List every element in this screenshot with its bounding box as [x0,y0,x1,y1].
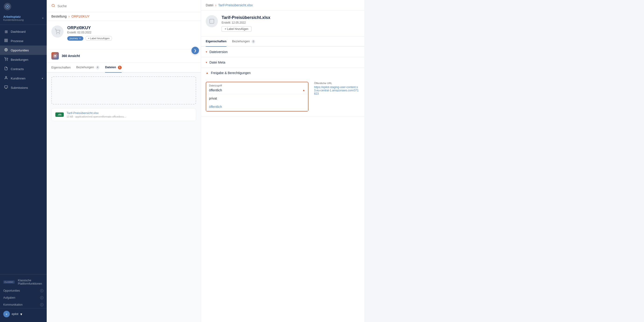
sidebar-item-label-contracts: Contracts [11,67,24,71]
kommunikation-info-icon[interactable]: i [40,303,44,306]
section-dateiversion: ▾ Dateiversion [201,47,364,57]
sidebar-item-contracts[interactable]: Contracts [0,64,47,74]
tab-beziehungen[interactable]: Beziehungen 4 [76,63,100,73]
beziehungen-badge: 4 [96,66,100,69]
order-id: ORPzI0KUY [67,26,196,30]
view360-icon [51,52,59,60]
file-name[interactable]: Tarif-Preisübersicht.xlsx [66,111,192,115]
kundinnen-icon [4,76,8,81]
user-row[interactable]: e epilot ▾ [0,308,47,320]
public-url-label: Öffentliche URL [314,82,360,85]
svg-point-9 [5,76,6,78]
dateien-badge: 1 [118,66,122,69]
file-add-label-button[interactable]: + Label hinzufügen [222,26,252,32]
svg-rect-2 [6,39,8,40]
user-chevron-icon: ▾ [20,312,22,316]
opportunities-info-icon[interactable]: i [40,289,44,292]
dropdown-selected-value[interactable]: öffentlich ▲ [206,87,308,94]
aufgaben-bottom-item[interactable]: Aufgaben i [0,294,47,301]
dateizugriff-dropdown[interactable]: Dateizugriff öffentlich ▲ privat öffentl… [206,82,308,112]
classic-badge: CLASSIC [3,280,15,284]
freigabe-title: Freigabe & Berechtigungen [211,71,250,75]
svg-rect-3 [5,41,6,42]
breadcrumb-parent[interactable]: Bestellung [51,15,66,18]
drop-zone[interactable] [51,76,196,104]
section-dateiversion-header[interactable]: ▾ Dateiversion [201,47,364,57]
svg-point-13 [59,34,60,34]
dateiversion-chevron-icon: ▾ [206,50,207,54]
aufgaben-info-icon[interactable]: i [40,296,44,299]
svg-point-6 [5,49,6,50]
public-url-text[interactable]: https://epilot-staging-user-content.s3.e… [314,86,360,95]
svg-point-7 [5,60,6,61]
dashboard-icon: ⊞ [4,30,8,34]
svg-point-5 [5,48,8,51]
kommunikation-bottom-item[interactable]: Kommunikation i [0,301,47,308]
main-content: Bestellung › ORPzI0KUY ORPzI0KUY Erstell… [47,0,201,322]
sidebar-item-label-opportunities: Opportunities [11,49,29,52]
workspace-section[interactable]: Arbeitsplatz Kundenbetreuung ▾ [0,13,47,25]
file-meta: 13 kB · application/vnd.openxmlformats-o… [66,115,192,118]
section-datei-meta: ▾ Datei Meta [201,57,364,68]
right-header-sep-icon: › [215,3,216,7]
sidebar-item-prozesse[interactable]: Prozesse [0,36,47,46]
svg-rect-15 [210,19,214,23]
svg-rect-1 [5,39,6,40]
right-tab-eigenschaften[interactable]: Eigenschaften [206,37,226,47]
sidebar-nav: ⊞ Dashboard Prozesse Opportunities Beste… [0,25,47,274]
svg-point-8 [7,60,8,61]
file-detail-icon [206,15,218,27]
sidebar-item-submissions[interactable]: Submissions [0,83,47,92]
sidebar-item-opportunities[interactable]: Opportunities [0,46,47,55]
opportunities-bottom-label: Opportunities [3,289,20,292]
expand-panel-button[interactable]: ❯ [192,47,199,54]
tag-remove-icon[interactable]: ✕ [79,37,81,40]
order-avatar [51,26,64,38]
right-panel-header: Datei › Tarif-Preisübersicht.xlsx [201,0,364,11]
klassische-plattform-item[interactable]: CLASSIC Klassische Plattformfunktionen [0,277,47,287]
breadcrumb-child[interactable]: ORPzI0KUY [72,15,90,18]
sidebar-item-kundinnen[interactable]: KundInnen ▾ [0,74,47,83]
right-beziehungen-badge: 0 [252,40,255,44]
right-tab-beziehungen[interactable]: Beziehungen 0 [232,37,256,47]
kundinnen-chevron-icon: ▾ [42,77,43,80]
breadcrumb: Bestellung › ORPzI0KUY [47,12,201,21]
view-360-section: 360 Ansicht [47,49,201,63]
dateizugriff-label: Dateizugriff [206,82,308,87]
tab-eigenschaften[interactable]: Eigenschaften [51,63,70,73]
sidebar-item-label-submissions: Submissions [11,86,28,90]
dateiversion-title: Dateiversion [210,50,228,54]
dropdown-option-privat[interactable]: privat [206,94,308,103]
dropdown-option-oeffentlich[interactable]: öffentlich [206,103,308,111]
search-icon [51,4,55,9]
sidebar-item-label-prozesse: Prozesse [11,39,23,43]
order-panel: ORPzI0KUY Erstellt: 02.03.2022 journey ✕… [47,21,201,49]
tab-dateien[interactable]: Dateien 1 [105,63,122,73]
file-detail-top: Tarif-Preisübersicht.xlsx Erstellt: 12.0… [201,11,364,37]
search-bar [47,0,201,12]
file-item[interactable]: .xls Tarif-Preisübersicht.xlsx 13 kB · a… [51,108,196,121]
right-header-datei-label: Datei [206,3,214,7]
sidebar-item-bestellungen[interactable]: Bestellungen [0,55,47,64]
logo-icon[interactable] [4,3,11,10]
add-label-button[interactable]: + Label hinzufügen [85,36,112,41]
contracts-icon [4,67,8,71]
journey-tag[interactable]: journey ✕ [67,36,83,41]
search-input[interactable] [58,4,196,8]
right-header-filename: Tarif-Preisübersicht.xlsx [218,3,253,7]
file-type-badge: .xls [55,112,64,117]
dropdown-options-list: privat öffentlich [206,94,308,111]
datei-meta-chevron-icon: ▾ [206,61,207,64]
sidebar: Arbeitsplatz Kundenbetreuung ▾ ⊞ Dashboa… [0,0,47,322]
public-url-area: Öffentliche URL https://epilot-staging-u… [314,82,360,95]
sidebar-item-label-dashboard: Dashboard [11,30,26,34]
opportunities-bottom-item[interactable]: Opportunities i [0,287,47,294]
section-datei-meta-header[interactable]: ▾ Datei Meta [201,57,364,68]
datei-meta-title: Datei Meta [210,61,225,64]
sidebar-item-label-kundinnen: KundInnen [11,77,26,80]
avatar: e [3,311,10,317]
order-date: Erstellt: 02.03.2022 [67,31,196,34]
svg-point-12 [56,34,57,34]
section-freigabe-header[interactable]: ▲ Freigabe & Berechtigungen [201,68,364,78]
sidebar-item-dashboard[interactable]: ⊞ Dashboard [0,27,47,36]
